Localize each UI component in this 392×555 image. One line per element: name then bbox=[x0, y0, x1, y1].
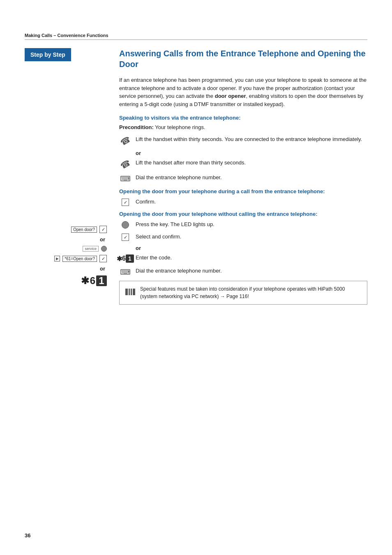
or-text-1: or bbox=[136, 150, 367, 156]
check-icon-1: ✓ bbox=[119, 199, 131, 206]
led-indicator bbox=[101, 246, 107, 252]
page-number: 36 bbox=[25, 532, 30, 539]
intro-paragraph: If an entrance telephone has been progra… bbox=[119, 76, 367, 108]
code-1: 1 bbox=[96, 275, 107, 286]
note-icon bbox=[125, 286, 136, 300]
keypad-icon-1: ⌨ bbox=[119, 174, 131, 183]
handset-icon-1: ☎ bbox=[119, 136, 131, 146]
note-box: Special features must be taken into cons… bbox=[119, 281, 367, 305]
open-door-label: Open door? bbox=[71, 227, 97, 233]
step-press-key: Press the key. The LED lights up. bbox=[119, 220, 367, 229]
main-title: Answering Calls from the Entrance Teleph… bbox=[119, 48, 367, 69]
code-1-icon: 1 bbox=[126, 254, 134, 263]
svg-rect-1 bbox=[129, 289, 130, 295]
section3-heading: Opening the door from your telephone wit… bbox=[119, 211, 367, 217]
precondition-text: Precondition: Your telephone rings. bbox=[119, 124, 367, 130]
section2-heading: Opening the door from your telephone dur… bbox=[119, 188, 367, 194]
service-label: service bbox=[83, 246, 99, 252]
step-confirm: ✓ Confirm. bbox=[119, 198, 367, 206]
check-icon-2: ✓ bbox=[119, 234, 131, 241]
or-separator-2: or bbox=[25, 266, 107, 272]
section1-heading: Speaking to visitors via the entrance te… bbox=[119, 115, 367, 121]
step-lift-handset-after30s: ☎ Lift the handset after more than thirt… bbox=[119, 159, 367, 169]
sidebar-service-row: service bbox=[25, 246, 107, 252]
code-6-icon: 6 bbox=[122, 255, 126, 262]
step-enter-code: ✱ 6 1 Enter the code. bbox=[119, 254, 367, 263]
select-confirm-check: ✓ bbox=[122, 234, 129, 241]
step5-text: Press the key. The LED lights up. bbox=[136, 220, 367, 229]
open-door-check[interactable]: ✓ bbox=[99, 226, 107, 233]
step-select-confirm: ✓ Select and confirm. bbox=[119, 233, 367, 241]
step-by-step-label: Step by Step bbox=[25, 48, 71, 61]
svg-rect-0 bbox=[125, 289, 128, 295]
section-header-text: Making Calls – Convenience Functions bbox=[25, 33, 108, 38]
led-button-icon bbox=[119, 221, 131, 229]
play-button[interactable]: ▶ bbox=[54, 256, 60, 261]
svg-rect-3 bbox=[133, 289, 135, 295]
svg-rect-2 bbox=[131, 289, 132, 295]
step-dial-entrance-2: ⌨ Dial the entrance telephone number. bbox=[119, 267, 367, 277]
sidebar-open-door-row: Open door? ✓ bbox=[25, 226, 107, 233]
code-icon: ✱ 6 1 bbox=[119, 254, 131, 263]
step-dial-entrance: ⌨ Dial the entrance telephone number. bbox=[119, 173, 367, 183]
step2-text: Lift the handset after more than thirty … bbox=[136, 159, 367, 167]
step-lift-handset-30s: ☎ Lift the handset within thirty seconds… bbox=[119, 135, 367, 146]
or-separator-1: or bbox=[25, 236, 107, 243]
code-display: ✱ 6 1 bbox=[81, 275, 107, 287]
code-6: 6 bbox=[90, 275, 95, 287]
step3-text: Dial the entrance telephone number. bbox=[136, 173, 367, 182]
section-header: Making Calls – Convenience Functions bbox=[25, 33, 367, 40]
confirm-check: ✓ bbox=[122, 199, 129, 206]
or-text-2: or bbox=[136, 245, 367, 251]
note-text: Special features must be taken into cons… bbox=[140, 285, 362, 300]
step8-text: Dial the entrance telephone number. bbox=[136, 267, 367, 275]
step6-text: Select and confirm. bbox=[136, 233, 367, 241]
keypad-icon-2: ⌨ bbox=[119, 268, 131, 277]
star61-label: *61=Open door? bbox=[62, 256, 97, 262]
code-star: ✱ bbox=[81, 275, 89, 287]
main-content: Answering Calls from the Entrance Teleph… bbox=[115, 48, 367, 305]
step1-text: Lift the handset within thirty seconds. … bbox=[136, 135, 367, 143]
star61-check[interactable]: ✓ bbox=[99, 255, 107, 262]
step7-text: Enter the code. bbox=[136, 254, 367, 262]
handset-icon-2: ☎ bbox=[119, 160, 131, 169]
sidebar: Step by Step Open door? ✓ or service ▶ bbox=[25, 48, 115, 305]
code-star-icon: ✱ bbox=[117, 255, 122, 263]
sidebar-star61-row: ▶ *61=Open door? ✓ bbox=[25, 255, 107, 262]
step4-text: Confirm. bbox=[136, 198, 367, 206]
